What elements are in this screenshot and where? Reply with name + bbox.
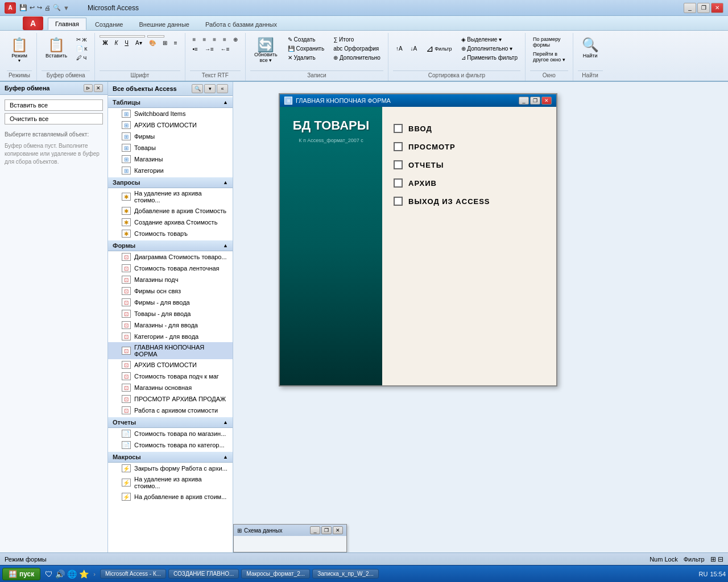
align-left-btn[interactable]: ≡ bbox=[190, 35, 199, 44]
nav-item-form8[interactable]: ⊡ Категории - для ввода bbox=[108, 331, 233, 342]
schema-close-btn[interactable]: ✕ bbox=[333, 526, 343, 534]
schema-minimize-btn[interactable]: _ bbox=[310, 526, 320, 534]
nav-item-report1[interactable]: 📄 Стоимость товара по магазин... bbox=[108, 428, 233, 439]
font-color-btn[interactable]: А▾ bbox=[133, 39, 145, 47]
dialog-menu-item-5[interactable]: ВЫХОД ИЗ ACCESS bbox=[394, 197, 545, 206]
copy-button[interactable]: 📄 К bbox=[73, 44, 90, 53]
refresh-button[interactable]: 🔄 Обновитьвсе ▾ bbox=[250, 35, 282, 66]
bold-button[interactable]: Ж bbox=[100, 39, 110, 47]
bg-color-btn[interactable]: 🎨 bbox=[146, 39, 159, 47]
nav-item-query2[interactable]: ✱ Добавление в архив Стоимость bbox=[108, 205, 233, 217]
selection-filter-btn[interactable]: ◈ Выделение ▾ bbox=[458, 35, 520, 44]
fit-form-btn[interactable]: По размеруформы bbox=[530, 35, 564, 49]
paste-button[interactable]: 📋 Вставить bbox=[42, 35, 71, 61]
nav-item-archive[interactable]: ⊞ АРХИВ СТОИМОСТИ bbox=[108, 119, 233, 131]
quick-access-redo[interactable]: ↪ bbox=[37, 4, 42, 11]
border-btn[interactable]: ⊞ bbox=[160, 39, 170, 47]
start-button[interactable]: 🪟 пуск bbox=[2, 568, 40, 580]
align-center-btn[interactable]: ≡ bbox=[200, 35, 209, 44]
minimize-button[interactable]: _ bbox=[684, 3, 696, 13]
nav-collapse-btn[interactable]: « bbox=[217, 84, 228, 93]
nav-item-form-main[interactable]: ⊡ ГЛАВНАЯ КНОПОЧНАЯ ФОРМА bbox=[108, 342, 233, 359]
switch-window-btn[interactable]: Перейти вдругое окно ▾ bbox=[530, 50, 568, 64]
nav-item-form9[interactable]: ⊡ АРХИВ СТОИМОСТИ bbox=[108, 359, 233, 371]
underline-button[interactable]: Ч bbox=[122, 39, 131, 47]
create-record-btn[interactable]: ✎ Создать bbox=[285, 35, 327, 44]
nav-item-form11[interactable]: ⊡ Магазины основная bbox=[108, 382, 233, 393]
view-button[interactable]: 📋 Режим ▼ bbox=[7, 35, 32, 65]
nav-item-form12[interactable]: ⊡ ПРОСМОТР АРХИВА ПРОДАЖ bbox=[108, 393, 233, 405]
nav-item-form10[interactable]: ⊡ Стоимость товара подч к маг bbox=[108, 371, 233, 382]
nav-item-shops[interactable]: ⊞ Магазины bbox=[108, 153, 233, 165]
dialog-menu-checkbox-1[interactable] bbox=[394, 124, 403, 133]
dialog-menu-checkbox-5[interactable] bbox=[394, 197, 403, 206]
totals-btn[interactable]: ∑ Итого bbox=[330, 35, 383, 44]
tab-database[interactable]: Работа с базами данных bbox=[198, 18, 284, 30]
nav-search-btn[interactable]: 🔍 bbox=[192, 84, 203, 93]
quick-access-undo[interactable]: ↩ bbox=[30, 4, 35, 11]
spell-btn[interactable]: abc Орфография bbox=[330, 44, 383, 53]
outdent-btn[interactable]: ←≡ bbox=[218, 45, 233, 53]
nav-item-form4[interactable]: ⊡ Фирмы осн связ bbox=[108, 285, 233, 297]
nav-menu-btn[interactable]: ▾ bbox=[204, 84, 216, 93]
nav-section-tables[interactable]: Таблицы ▲ bbox=[108, 97, 233, 108]
sort-desc-btn[interactable]: ↓A bbox=[408, 35, 420, 62]
align-right-btn[interactable]: ≡ bbox=[210, 35, 219, 44]
nav-item-switchboard[interactable]: ⊞ Switchboard Items bbox=[108, 108, 233, 119]
nav-item-form3[interactable]: ⊡ Магазины подч bbox=[108, 274, 233, 285]
restore-button[interactable]: ❐ bbox=[697, 3, 710, 13]
dialog-restore-btn[interactable]: ❐ bbox=[530, 97, 540, 105]
sort-asc-btn[interactable]: ↑A bbox=[393, 35, 406, 62]
quick-access-dropdown[interactable]: ▼ bbox=[63, 5, 69, 11]
nav-item-form1[interactable]: ⊡ Диаграмма Стоимость товаро... bbox=[108, 251, 233, 263]
save-record-btn[interactable]: 💾 Сохранить bbox=[285, 44, 327, 53]
nav-item-macro3[interactable]: ⚡ На добавление в архив стоим... bbox=[108, 491, 233, 502]
nav-item-categories[interactable]: ⊞ Категории bbox=[108, 165, 233, 176]
quick-access-print[interactable]: 🖨 bbox=[44, 5, 51, 11]
dialog-menu-item-3[interactable]: ОТЧЕТЫ bbox=[394, 160, 545, 169]
paste-all-button[interactable]: Вставить все bbox=[5, 99, 103, 111]
justify-btn[interactable]: ≡ bbox=[220, 35, 229, 44]
taskbar-item-create[interactable]: СОЗДАНИЕ ГЛАВНО... bbox=[168, 569, 239, 579]
office-button[interactable]: A bbox=[23, 16, 43, 30]
dialog-menu-checkbox-4[interactable] bbox=[394, 178, 403, 188]
nav-item-form6[interactable]: ⊡ Товары - для ввода bbox=[108, 308, 233, 319]
nav-item-form7[interactable]: ⊡ Магазины - для ввода bbox=[108, 319, 233, 331]
taskbar-item-macros[interactable]: Макросы_формат_2... bbox=[241, 569, 310, 579]
more-btn[interactable]: ⊕ Дополнительно bbox=[330, 53, 383, 62]
tab-home[interactable]: Главная bbox=[48, 18, 86, 30]
find-button[interactable]: 🔍 Найти bbox=[578, 35, 603, 61]
nav-section-macros[interactable]: Макросы ▲ bbox=[108, 452, 233, 463]
nav-item-firms[interactable]: ⊞ Фирмы bbox=[108, 131, 233, 142]
dialog-menu-item-2[interactable]: ПРОСМОТР bbox=[394, 142, 545, 151]
advanced-filter-btn[interactable]: ⊕ Дополнительно ▾ bbox=[458, 44, 520, 53]
nav-section-forms[interactable]: Формы ▲ bbox=[108, 240, 233, 251]
filter-button[interactable]: ⊿ Фильтр bbox=[422, 35, 456, 62]
bullet-btn[interactable]: •≡ bbox=[190, 45, 201, 53]
italic-button[interactable]: К bbox=[111, 39, 121, 47]
nav-item-macro2[interactable]: ⚡ На удаление из архива стоимо... bbox=[108, 474, 233, 491]
rtf-more-btn[interactable]: ⊕ bbox=[230, 35, 241, 44]
nav-item-report2[interactable]: 📄 Стоимость товара по категор... bbox=[108, 439, 233, 451]
apply-filter-btn[interactable]: ⊿ Применить фильтр bbox=[458, 53, 520, 62]
clear-all-button[interactable]: Очистить все bbox=[5, 113, 103, 124]
quick-access-preview[interactable]: 🔍 bbox=[53, 4, 61, 11]
nav-item-query3[interactable]: ✱ Создание архива Стоимость bbox=[108, 217, 233, 228]
close-button[interactable]: ✕ bbox=[711, 3, 723, 13]
dialog-close-btn[interactable]: ✕ bbox=[541, 97, 552, 105]
quick-access-save[interactable]: 💾 bbox=[19, 4, 27, 11]
nav-section-queries[interactable]: Запросы ▲ bbox=[108, 177, 233, 188]
cut-button[interactable]: ✂ Ж bbox=[73, 35, 90, 44]
nav-section-reports[interactable]: Отчеты ▲ bbox=[108, 417, 233, 428]
dialog-menu-checkbox-2[interactable] bbox=[394, 142, 403, 151]
font-size-dropdown[interactable] bbox=[147, 35, 164, 38]
font-name-dropdown[interactable] bbox=[100, 35, 145, 38]
lines-btn[interactable]: ≡ bbox=[171, 39, 180, 47]
dialog-menu-item-4[interactable]: АРХИВ bbox=[394, 178, 545, 188]
dialog-menu-checkbox-3[interactable] bbox=[394, 160, 403, 169]
delete-record-btn[interactable]: ✕ Удалить bbox=[285, 53, 327, 62]
tab-create[interactable]: Создание bbox=[88, 18, 131, 30]
nav-item-form13[interactable]: ⊡ Работа с архивом стоимости bbox=[108, 405, 233, 416]
nav-item-macro1[interactable]: ⚡ Закрыть форму Работа с архи... bbox=[108, 463, 233, 474]
view-dropdown-icon[interactable]: ▼ bbox=[18, 59, 22, 63]
